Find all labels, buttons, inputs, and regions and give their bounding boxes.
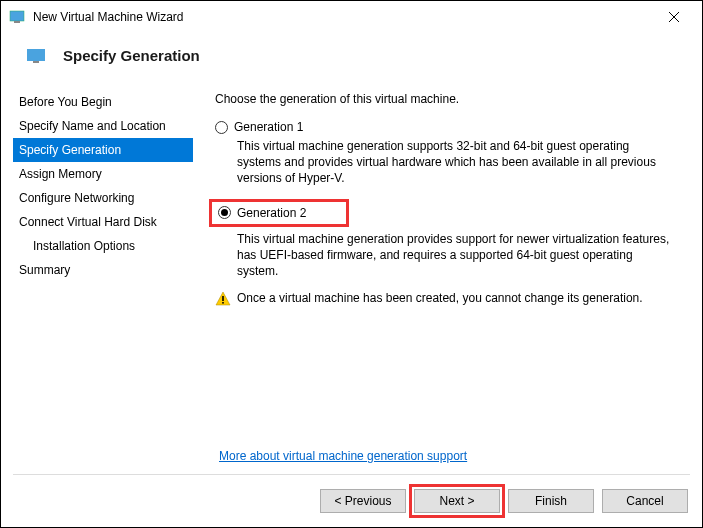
sidebar-item-connect-vhd[interactable]: Connect Virtual Hard Disk (13, 210, 193, 234)
svg-rect-1 (14, 21, 20, 23)
cancel-button[interactable]: Cancel (602, 489, 688, 513)
generation-2-option[interactable]: Generation 2 This virtual machine genera… (215, 199, 676, 280)
radio-gen2[interactable] (218, 206, 231, 219)
sidebar-item-assign-memory[interactable]: Assign Memory (13, 162, 193, 186)
sidebar-item-installation-options[interactable]: Installation Options (13, 234, 193, 258)
sidebar-item-specify-generation[interactable]: Specify Generation (13, 138, 193, 162)
radio-gen2-label: Generation 2 (237, 206, 306, 220)
svg-rect-8 (222, 302, 224, 304)
sidebar-item-before-you-begin[interactable]: Before You Begin (13, 90, 193, 114)
titlebar: New Virtual Machine Wizard (1, 1, 702, 33)
sidebar-item-configure-networking[interactable]: Configure Networking (13, 186, 193, 210)
header-icon (27, 49, 45, 63)
close-icon (669, 12, 679, 22)
main-panel: Choose the generation of this virtual ma… (193, 82, 690, 307)
app-icon (9, 9, 25, 25)
warning-text: Once a virtual machine has been created,… (237, 291, 643, 305)
warning-icon (215, 291, 231, 307)
finish-button[interactable]: Finish (508, 489, 594, 513)
wizard-header: Specify Generation (1, 33, 702, 82)
wizard-steps-sidebar: Before You Begin Specify Name and Locati… (13, 82, 193, 307)
radio-gen1[interactable] (215, 121, 228, 134)
warning-row: Once a virtual machine has been created,… (215, 291, 676, 307)
page-title: Specify Generation (63, 47, 200, 64)
svg-rect-4 (27, 49, 45, 61)
instruction-text: Choose the generation of this virtual ma… (215, 92, 676, 106)
svg-rect-0 (10, 11, 24, 21)
svg-rect-5 (33, 61, 39, 63)
next-button[interactable]: Next > (414, 489, 500, 513)
generation-1-option[interactable]: Generation 1 This virtual machine genera… (215, 120, 676, 187)
button-row: < Previous Next > Finish Cancel (320, 489, 688, 513)
sidebar-item-specify-name[interactable]: Specify Name and Location (13, 114, 193, 138)
close-button[interactable] (654, 3, 694, 31)
titlebar-text: New Virtual Machine Wizard (33, 10, 654, 24)
previous-button[interactable]: < Previous (320, 489, 406, 513)
separator (13, 474, 690, 475)
gen2-description: This virtual machine generation provides… (237, 231, 676, 280)
gen1-description: This virtual machine generation supports… (237, 138, 676, 187)
radio-gen1-label: Generation 1 (234, 120, 303, 134)
sidebar-item-summary[interactable]: Summary (13, 258, 193, 282)
svg-rect-7 (222, 296, 224, 301)
more-info-link[interactable]: More about virtual machine generation su… (219, 449, 467, 463)
